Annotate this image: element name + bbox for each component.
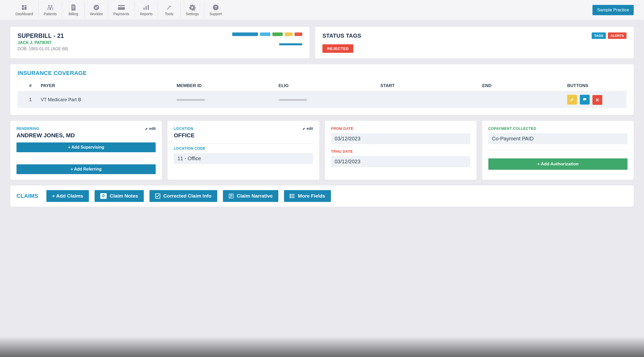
more-fields-button[interactable]: More Fields <box>284 190 331 202</box>
nav-settings[interactable]: Settings <box>181 2 204 18</box>
status-tags-title: STATUS TAGS <box>322 32 361 39</box>
svg-rect-0 <box>22 5 24 7</box>
claim-narrative-label: Claim Narrative <box>237 193 273 199</box>
location-code-label: LOCATION CODE <box>174 146 313 150</box>
tags-button[interactable]: TAGS <box>592 32 606 39</box>
insurance-title: INSURANCE COVERAGE <box>18 70 626 76</box>
placeholder-icon <box>177 99 205 101</box>
sub-pill-icon <box>279 43 302 45</box>
nav-label: Support <box>210 12 222 16</box>
claims-card: CLAIMS + Add Claims 0 Claim Notes Correc… <box>10 185 634 207</box>
pill-icon[interactable] <box>295 32 302 36</box>
tools-icon <box>166 4 172 11</box>
status-badge-rejected[interactable]: REJECTED <box>322 44 353 53</box>
insurance-row[interactable]: 1 VT Medicare Part B <box>18 92 626 108</box>
svg-rect-3 <box>22 8 24 10</box>
dashboard-icon <box>21 4 27 11</box>
billing-icon <box>71 4 76 11</box>
insurance-coverage-card: INSURANCE COVERAGE # PAYER MEMBER ID ELI… <box>10 64 634 115</box>
copayment-label: COPAYMENT COLLECTED <box>488 126 628 131</box>
add-authorization-button[interactable]: + Add Authorization <box>488 158 628 170</box>
nav-label: Billing <box>69 12 78 16</box>
svg-rect-10 <box>146 6 147 10</box>
rendering-card: RENDERING edit ANDREW JONES, MD + Add Su… <box>10 121 162 180</box>
nav-reports[interactable]: Reports <box>135 2 158 18</box>
superbill-card: SUPERBILL - 21 JACK J. PATIENT DOB: 1955… <box>10 27 310 58</box>
pill-icon[interactable] <box>260 32 270 36</box>
nav-label: Settings <box>186 12 199 16</box>
payments-icon <box>118 4 125 11</box>
nav-dashboard[interactable]: Dashboard <box>10 2 39 18</box>
thru-date-field[interactable]: 03/12/2023 <box>331 156 470 167</box>
settings-icon <box>189 4 196 11</box>
corrected-claim-button[interactable]: Corrected Claim Info <box>149 190 217 202</box>
pill-icon[interactable] <box>272 32 283 36</box>
alerts-button[interactable]: ALERTS <box>608 32 626 39</box>
col-end: END <box>482 83 567 88</box>
from-date-label: FROM DATE <box>331 126 470 131</box>
copayment-field[interactable]: Co-Payment PAID <box>488 133 628 144</box>
patient-name[interactable]: JACK J. PATIENT <box>18 40 68 45</box>
nav-patients[interactable]: Patients <box>39 2 62 18</box>
col-start: START <box>380 83 482 88</box>
col-num: # <box>20 83 41 88</box>
support-icon: ? <box>212 4 219 11</box>
add-referring-button[interactable]: + Add Referring <box>16 164 156 174</box>
location-value: OFFICE <box>174 132 313 139</box>
worklist-icon <box>93 4 100 11</box>
svg-rect-2 <box>24 7 27 10</box>
nav-label: Payments <box>113 12 129 16</box>
comment-insurance-button[interactable] <box>580 95 590 105</box>
svg-text:?: ? <box>214 5 217 10</box>
more-fields-label: More Fields <box>298 193 325 199</box>
dates-card: FROM DATE 03/12/2023 TRHU DATE 03/12/202… <box>325 121 476 180</box>
nav-items: Dashboard Patients Billing Worklist Paym… <box>10 2 227 18</box>
rendering-label: RENDERING <box>16 126 39 131</box>
add-supervising-button[interactable]: + Add Supervising <box>16 142 156 152</box>
svg-point-19 <box>290 196 291 197</box>
nav-worklist[interactable]: Worklist <box>85 2 108 18</box>
svg-point-13 <box>191 6 193 8</box>
svg-point-5 <box>51 5 52 7</box>
nav-label: Tools <box>165 12 173 16</box>
svg-point-18 <box>290 194 291 195</box>
edit-location-button[interactable]: edit <box>303 126 313 131</box>
svg-point-4 <box>48 5 50 7</box>
col-payer: PAYER <box>41 83 177 88</box>
pill-icon[interactable] <box>285 32 292 36</box>
pill-icon[interactable] <box>232 32 258 36</box>
nav-label: Worklist <box>90 12 103 16</box>
nav-label: Patients <box>44 12 57 16</box>
corrected-claim-label: Corrected Claim Info <box>163 193 212 199</box>
status-tags-card: STATUS TAGS TAGS ALERTS REJECTED <box>315 27 634 58</box>
checkbox-icon <box>155 193 160 199</box>
add-claims-button[interactable]: + Add Claims <box>46 190 89 202</box>
svg-rect-1 <box>24 5 27 6</box>
nav-billing[interactable]: Billing <box>62 2 85 18</box>
status-pills <box>232 32 302 36</box>
nav-payments[interactable]: Payments <box>108 2 135 18</box>
location-card: LOCATION edit OFFICE LOCATION CODE 11 - … <box>168 121 319 180</box>
row-buttons <box>567 95 624 105</box>
claim-notes-button[interactable]: 0 Claim Notes <box>95 190 144 202</box>
delete-insurance-button[interactable] <box>592 95 602 105</box>
nav-support[interactable]: ? Support <box>204 2 227 18</box>
row-num: 1 <box>20 97 41 103</box>
patients-icon <box>47 4 54 11</box>
from-date-field[interactable]: 03/12/2023 <box>331 133 470 144</box>
list-icon <box>290 194 295 198</box>
claim-narrative-button[interactable]: Claim Narrative <box>223 190 278 202</box>
thru-date-label: TRHU DATE <box>331 149 470 154</box>
edit-insurance-button[interactable] <box>567 95 577 105</box>
nav-label: Reports <box>140 12 153 16</box>
col-member: MEMBER ID <box>177 83 278 88</box>
location-label: LOCATION <box>174 126 193 131</box>
svg-point-20 <box>290 197 291 198</box>
edit-rendering-button[interactable]: edit <box>145 126 156 131</box>
sample-practice-button[interactable]: Sample Practice <box>592 5 634 15</box>
col-elig: ELIG <box>279 83 380 88</box>
edit-text: edit <box>307 126 313 131</box>
svg-rect-9 <box>144 8 145 10</box>
location-code-field[interactable]: 11 - Office <box>174 153 313 164</box>
nav-tools[interactable]: Tools <box>158 2 181 18</box>
